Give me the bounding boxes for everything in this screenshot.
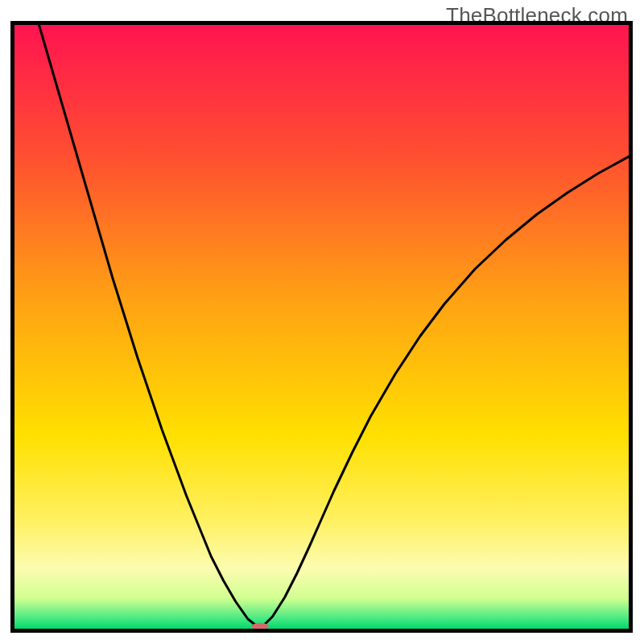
plot-area — [14, 25, 629, 629]
bottleneck-chart — [14, 25, 629, 629]
plot-frame — [10, 21, 633, 633]
gradient-background — [14, 25, 629, 629]
